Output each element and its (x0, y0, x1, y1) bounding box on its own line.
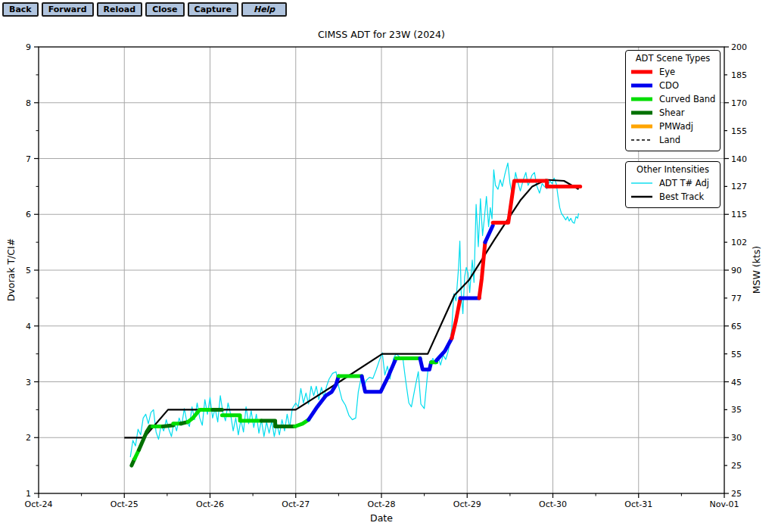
y-right-tick-label: 185 (731, 70, 747, 80)
legend-other-intensities: Other Intensities ADT T# AdjBest Track (625, 161, 721, 208)
x-tick-label: Oct-24 (25, 499, 53, 509)
back-button[interactable]: Back (2, 2, 39, 17)
legend-item-label: Best Track (659, 191, 704, 202)
y-left-tick-label: 6 (26, 210, 31, 219)
y-right-tick-label: 170 (731, 98, 747, 108)
y-right-tick-label: 127 (731, 182, 747, 191)
y-left-tick-label: 5 (26, 266, 31, 275)
reload-button[interactable]: Reload (97, 2, 143, 17)
y-right-tick-label: 90 (731, 266, 742, 275)
adt-plot-window: { "toolbar": { "buttons": [ {"label": "B… (0, 0, 775, 532)
legend-item-label: ADT T# Adj (659, 178, 709, 188)
legend-scene-types: ADT Scene Types EyeCDOCurved BandShearPM… (625, 50, 721, 151)
legend-item-label: Shear (659, 107, 684, 118)
legend-swatch-land-line (630, 136, 653, 144)
close-button[interactable]: Close (145, 2, 184, 17)
legend-items: EyeCDOCurved BandShearPMWadjLand (630, 65, 715, 147)
legend-items: ADT T# AdjBest Track (630, 176, 715, 204)
scene-segment-cdo (420, 359, 431, 370)
legend-swatch-best-track-line (630, 193, 653, 201)
legend-swatch-cdo-line (630, 82, 653, 89)
x-axis-label: Date (39, 512, 724, 524)
y-axis-label-right: MSW (kts) (751, 157, 762, 384)
y-left-tick-label: 7 (26, 154, 31, 164)
y-right-tick-label: 45 (731, 378, 742, 387)
legend-item-label: CDO (659, 80, 679, 91)
legend-swatch-pmwadj-line (630, 123, 653, 130)
y-right-tick-label: 30 (731, 433, 742, 443)
legend-title: ADT Scene Types (630, 53, 715, 64)
legend-swatch-shear-line (630, 109, 653, 117)
legend-item-label: Land (659, 135, 680, 145)
y-left-tick-label: 9 (26, 42, 31, 52)
y-right-tick-label: 35 (731, 405, 742, 415)
legend-item-adt-t-adj: ADT T# Adj (630, 176, 715, 190)
x-tick-label: Oct-30 (539, 499, 567, 509)
forward-button[interactable]: Forward (42, 2, 94, 17)
legend-item-shear: Shear (630, 106, 715, 120)
legend-item-eye: Eye (630, 65, 715, 79)
legend-item-label: Eye (659, 67, 675, 77)
y-right-tick-label: 155 (731, 126, 747, 136)
x-tick-label: Oct-31 (624, 499, 652, 509)
y-right-tick-label: 140 (731, 154, 747, 164)
legend-title: Other Intensities (630, 164, 715, 175)
y-left-tick-label: 3 (26, 378, 31, 387)
y-right-tick-label: 102 (731, 238, 747, 247)
legend-swatch-curved-band-line (630, 95, 653, 103)
chart-title: CIMSS ADT for 23W (2024) (39, 29, 724, 40)
legend-swatch-adt-adj-line (630, 179, 653, 187)
legend-item-best-track: Best Track (630, 190, 715, 204)
legend-item-land: Land (630, 133, 715, 147)
toolbar: Back Forward Reload Close Capture Help (2, 2, 287, 17)
y-right-tick-label: 55 (731, 350, 742, 359)
y-right-tick-label: 200 (731, 42, 747, 52)
x-tick-label: Oct-25 (110, 499, 139, 509)
y-left-tick-label: 2 (26, 433, 31, 443)
x-tick-label: Oct-29 (453, 499, 481, 509)
legend-item-label: PMWadj (659, 121, 693, 132)
scene-segment-shear (163, 425, 173, 427)
y-left-tick-label: 1 (26, 489, 31, 499)
y-axis-label-left: Dvorak T/CI# (5, 157, 17, 384)
legend-item-label: Curved Band (659, 94, 715, 104)
y-left-tick-label: 4 (26, 322, 31, 331)
legend-item-cdo: CDO (630, 79, 715, 92)
x-tick-label: Oct-26 (196, 499, 224, 509)
legend-item-curved-band: Curved Band (630, 92, 715, 106)
y-right-tick-label: 65 (731, 322, 742, 331)
legend-item-pmwadj: PMWadj (630, 120, 715, 133)
x-tick-label: Oct-28 (368, 499, 396, 509)
y-right-tick-label: 25 (731, 489, 742, 499)
scene-segment-cdo (485, 226, 493, 242)
help-button[interactable]: Help (241, 2, 287, 17)
legend-swatch-eye-line (630, 68, 653, 76)
capture-button[interactable]: Capture (188, 2, 238, 17)
scene-segment-curved-band (295, 420, 309, 427)
y-right-tick-label: 115 (731, 210, 747, 219)
x-tick-label: Oct-27 (282, 499, 310, 509)
y-left-tick-label: 8 (26, 98, 31, 108)
x-tick-label: Nov-01 (709, 499, 739, 509)
y-right-tick-label: 77 (731, 294, 742, 303)
y-right-tick-label: 25 (731, 461, 742, 471)
